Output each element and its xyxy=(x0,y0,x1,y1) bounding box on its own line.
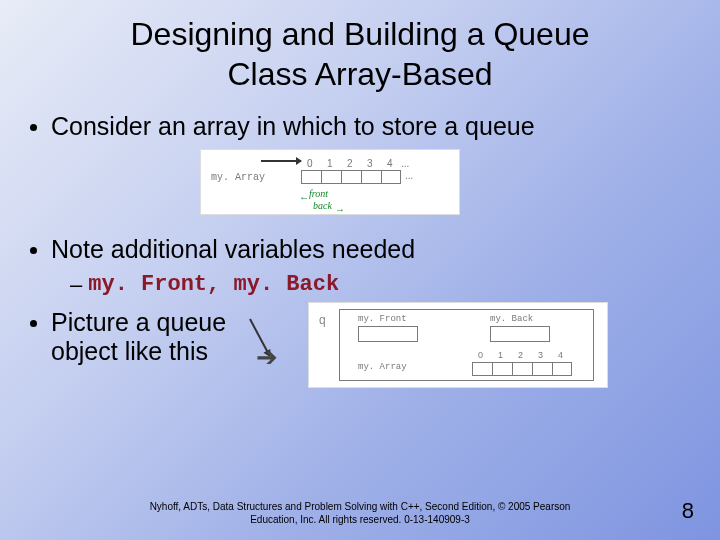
page-number: 8 xyxy=(682,498,694,524)
bullet-3: Picture a queue object like this xyxy=(30,308,290,366)
fig1-cells xyxy=(301,170,401,184)
figure-array: my. Array 0 1 2 3 4 ... ... ← front back… xyxy=(200,149,460,215)
fig2-idx-4: 4 xyxy=(558,350,563,360)
figure-queue-object: q my. Front my. Back my. Array 0 1 2 3 4 xyxy=(308,302,608,388)
fig1-idx-3: 3 xyxy=(367,158,373,169)
array-cell xyxy=(532,362,552,376)
fig2-myarray-label: my. Array xyxy=(358,362,407,372)
dash-icon: – xyxy=(70,272,82,298)
arrow-icon: ➔ xyxy=(256,342,278,373)
bullet-3a: Picture a queue xyxy=(51,308,226,336)
fig2-myback-box xyxy=(490,326,550,342)
bullet-dot-icon xyxy=(30,247,37,254)
bullet-2: Note additional variables needed xyxy=(30,235,690,264)
array-cell xyxy=(341,170,361,184)
slide-body: Consider an array in which to store a qu… xyxy=(0,94,720,388)
fig1-idx-dots: ... xyxy=(401,158,409,169)
bullet-2-sub-text: my. Front, my. Back xyxy=(88,272,339,297)
fig1-idx-1: 1 xyxy=(327,158,333,169)
fig1-idx-2: 2 xyxy=(347,158,353,169)
array-cell xyxy=(361,170,381,184)
fig2-idx-3: 3 xyxy=(538,350,543,360)
bullet-dot-icon xyxy=(30,320,37,327)
array-cell xyxy=(381,170,401,184)
bullet-3-text: Picture a queue object like this xyxy=(51,308,226,366)
fig1-idx-0: 0 xyxy=(307,158,313,169)
footer-citation: Nyhoff, ADTs, Data Structures and Proble… xyxy=(0,501,720,526)
bullet-1: Consider an array in which to store a qu… xyxy=(30,112,690,141)
left-arrow-icon: ← xyxy=(299,192,309,203)
array-cell xyxy=(472,362,492,376)
footer-line-2: Education, Inc. All rights reserved. 0-1… xyxy=(250,514,470,525)
fig2-idx-1: 1 xyxy=(498,350,503,360)
array-cell xyxy=(492,362,512,376)
array-cell xyxy=(512,362,532,376)
right-arrow-icon: → xyxy=(335,204,345,215)
fig1-myarray-label: my. Array xyxy=(211,172,265,183)
fig2-outer-box: my. Front my. Back my. Array 0 1 2 3 4 xyxy=(339,309,594,381)
title-line-1: Designing and Building a Queue xyxy=(131,16,590,52)
bullet-dot-icon xyxy=(30,124,37,131)
footer-line-1: Nyhoff, ADTs, Data Structures and Proble… xyxy=(150,501,571,512)
array-cell xyxy=(321,170,341,184)
array-cell xyxy=(552,362,572,376)
fig1-idx-4: 4 xyxy=(387,158,393,169)
bullet-2-sub: – my. Front, my. Back xyxy=(70,272,690,298)
fig2-idx-2: 2 xyxy=(518,350,523,360)
fig1-front-label: front xyxy=(309,188,328,199)
array-cell xyxy=(301,170,321,184)
arrow-icon xyxy=(261,160,301,162)
title-line-2: Class Array-Based xyxy=(228,56,493,92)
fig2-idx-0: 0 xyxy=(478,350,483,360)
fig1-trailing-dots: ... xyxy=(405,170,413,181)
fig2-myback-label: my. Back xyxy=(490,314,533,324)
fig2-q-label: q xyxy=(319,313,326,327)
bullet-1-text: Consider an array in which to store a qu… xyxy=(51,112,535,141)
bullet-3b: object like this xyxy=(51,337,208,365)
fig2-cells xyxy=(472,362,572,376)
slide-title: Designing and Building a Queue Class Arr… xyxy=(0,0,720,94)
fig1-back-label: back xyxy=(313,200,332,211)
fig2-myfront-box xyxy=(358,326,418,342)
fig2-myfront-label: my. Front xyxy=(358,314,407,324)
bullet-2-text: Note additional variables needed xyxy=(51,235,415,264)
